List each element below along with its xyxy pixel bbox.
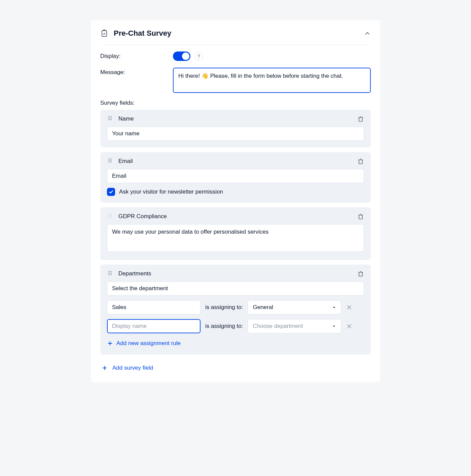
- svg-point-24: [111, 274, 112, 275]
- delete-field-icon[interactable]: [357, 213, 364, 220]
- message-row: Message:: [100, 68, 371, 93]
- name-value-input[interactable]: [107, 127, 364, 141]
- message-textarea[interactable]: [173, 68, 371, 93]
- add-survey-field-label: Add survey field: [112, 365, 153, 371]
- drag-handle-icon[interactable]: [107, 158, 113, 165]
- survey-field-email: Email Ask your visitor for newsletter pe…: [100, 152, 371, 203]
- survey-field-name: Name: [100, 110, 371, 147]
- survey-field-departments: Departments is assigning to: General is …: [100, 265, 371, 354]
- drag-handle-icon[interactable]: [107, 270, 113, 277]
- svg-point-23: [109, 274, 110, 275]
- svg-point-19: [109, 271, 110, 272]
- display-label: Display:: [100, 52, 173, 60]
- svg-rect-0: [102, 31, 107, 36]
- remove-rule-icon[interactable]: [346, 323, 353, 330]
- svg-point-18: [111, 217, 112, 218]
- display-toggle[interactable]: [173, 52, 190, 61]
- field-title: Name: [118, 115, 357, 122]
- field-title: GDPR Compliance: [118, 213, 357, 220]
- survey-fields-label: Survey fields:: [100, 100, 371, 106]
- collapse-chevron-up-icon[interactable]: [364, 30, 371, 37]
- display-row: Display: ?: [100, 52, 371, 61]
- svg-point-12: [111, 162, 112, 163]
- departments-prompt-input[interactable]: [107, 281, 364, 296]
- remove-rule-icon[interactable]: [346, 304, 353, 311]
- svg-point-1: [109, 116, 110, 117]
- field-title: Email: [118, 158, 357, 165]
- svg-point-17: [109, 217, 110, 218]
- department-select[interactable]: Choose department: [248, 319, 341, 333]
- svg-point-21: [109, 273, 110, 274]
- svg-point-20: [111, 271, 112, 272]
- drag-handle-icon: [107, 213, 113, 220]
- newsletter-permission-row: Ask your visitor for newsletter permissi…: [107, 188, 364, 196]
- display-name-input[interactable]: [107, 319, 201, 333]
- svg-point-11: [109, 162, 110, 163]
- survey-field-gdpr: GDPR Compliance: [100, 207, 371, 260]
- svg-point-16: [111, 215, 112, 216]
- add-survey-field-button[interactable]: Add survey field: [102, 365, 153, 371]
- svg-point-9: [109, 160, 110, 161]
- svg-point-10: [111, 160, 112, 161]
- drag-handle-icon[interactable]: [107, 115, 113, 123]
- assign-label: is assigning to:: [205, 323, 243, 330]
- help-icon[interactable]: ?: [195, 53, 203, 60]
- gdpr-textarea[interactable]: [107, 224, 364, 252]
- assignment-rule-row: is assigning to: General: [107, 300, 364, 314]
- add-assignment-rule-label: Add new assignment rule: [116, 340, 181, 347]
- delete-field-icon[interactable]: [357, 115, 364, 122]
- svg-point-4: [111, 118, 112, 119]
- svg-point-6: [111, 119, 112, 120]
- svg-point-15: [109, 215, 110, 216]
- svg-point-3: [109, 118, 110, 119]
- assignment-rule-row: is assigning to: Choose department: [107, 319, 364, 333]
- pre-chat-survey-card: Pre-Chat Survey Display: ? Message: Surv…: [91, 20, 380, 382]
- card-header: Pre-Chat Survey: [100, 29, 371, 45]
- svg-point-7: [109, 159, 110, 160]
- message-label: Message:: [100, 68, 173, 76]
- clipboard-check-icon: [100, 29, 108, 37]
- svg-point-8: [111, 159, 112, 160]
- department-select[interactable]: General: [248, 300, 341, 314]
- add-assignment-rule-button[interactable]: Add new assignment rule: [107, 340, 181, 347]
- caret-down-icon: [331, 324, 337, 329]
- field-title: Departments: [118, 270, 357, 277]
- toggle-knob: [182, 53, 189, 60]
- email-value-input[interactable]: [107, 169, 364, 183]
- svg-point-14: [111, 214, 112, 215]
- svg-point-2: [111, 116, 112, 117]
- newsletter-checkbox[interactable]: [107, 188, 115, 196]
- newsletter-checkbox-label: Ask your visitor for newsletter permissi…: [119, 189, 223, 195]
- svg-point-5: [109, 119, 110, 120]
- department-select-value: Choose department: [253, 323, 303, 330]
- svg-point-13: [109, 214, 110, 215]
- assign-label: is assigning to:: [205, 304, 243, 311]
- svg-point-22: [111, 273, 112, 274]
- card-title: Pre-Chat Survey: [114, 29, 364, 38]
- delete-field-icon[interactable]: [357, 270, 364, 277]
- department-select-value: General: [253, 304, 273, 311]
- display-name-input[interactable]: [107, 300, 201, 314]
- delete-field-icon[interactable]: [357, 158, 364, 165]
- caret-down-icon: [331, 305, 337, 310]
